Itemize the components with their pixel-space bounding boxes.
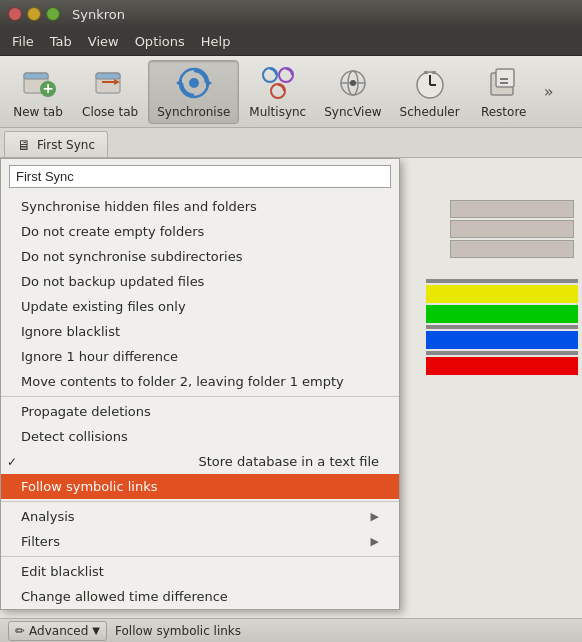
pencil-icon: ✏ — [15, 624, 25, 638]
menu-file[interactable]: File — [4, 31, 42, 52]
app-title: Synkron — [72, 7, 125, 22]
multisync-label: Multisync — [249, 105, 306, 119]
svg-marker-9 — [206, 79, 212, 87]
menu-item-collisions[interactable]: Detect collisions — [1, 424, 399, 449]
main-content: Synchronise hidden files and folders Do … — [0, 158, 582, 618]
right-panel — [402, 158, 582, 618]
dropdown-menu: Synchronise hidden files and folders Do … — [0, 158, 400, 610]
svg-rect-23 — [432, 71, 436, 74]
svg-rect-25 — [496, 69, 514, 87]
menu-item-analysis[interactable]: Analysis ▶ — [1, 504, 399, 529]
close-tab-icon — [92, 65, 128, 101]
menu-tab[interactable]: Tab — [42, 31, 80, 52]
new-tab-icon: + — [20, 65, 56, 101]
menu-item-filters[interactable]: Filters ▶ — [1, 529, 399, 554]
analysis-label: Analysis — [21, 509, 75, 524]
menu-help[interactable]: Help — [193, 31, 239, 52]
scheduler-icon — [412, 65, 448, 101]
menu-item-symlinks[interactable]: Follow symbolic links — [1, 474, 399, 499]
toolbar-more-icon[interactable]: » — [540, 78, 558, 105]
svg-text:+: + — [42, 80, 54, 96]
divider-1 — [1, 396, 399, 397]
dropdown-title-input[interactable] — [9, 165, 391, 188]
toolbar-syncview[interactable]: SyncView — [316, 60, 389, 124]
menu-item-hidden-files[interactable]: Synchronise hidden files and folders — [1, 194, 399, 219]
restore-label: Restore — [481, 105, 527, 119]
menu-item-subdirs[interactable]: Do not synchronise subdirectories — [1, 244, 399, 269]
svg-point-11 — [189, 78, 199, 88]
menu-item-propagate[interactable]: Propagate deletions — [1, 399, 399, 424]
window-controls — [8, 7, 60, 21]
menu-item-edit-blacklist[interactable]: Edit blacklist — [1, 559, 399, 584]
svg-rect-22 — [424, 71, 428, 74]
advanced-label: Advanced — [29, 624, 88, 638]
tab-label: First Sync — [37, 138, 95, 152]
tab-area: 🖥 First Sync — [0, 128, 582, 158]
toolbar-close-tab[interactable]: Close tab — [74, 60, 146, 124]
menu-item-move-contents[interactable]: Move contents to folder 2, leaving folde… — [1, 369, 399, 394]
svg-rect-5 — [96, 73, 120, 79]
advanced-button[interactable]: ✏ Advanced ▼ — [8, 621, 107, 641]
menu-item-blacklist[interactable]: Ignore blacklist — [1, 319, 399, 344]
svg-rect-1 — [24, 73, 48, 79]
synchronise-label: Synchronise — [157, 105, 230, 119]
divider-2 — [1, 501, 399, 502]
toolbar-scheduler[interactable]: Scheduler — [392, 60, 468, 124]
syncview-label: SyncView — [324, 105, 381, 119]
toolbar-new-tab[interactable]: + New tab — [4, 60, 72, 124]
first-sync-tab[interactable]: 🖥 First Sync — [4, 131, 108, 157]
analysis-arrow-icon: ▶ — [371, 510, 379, 523]
toolbar-restore[interactable]: Restore — [470, 60, 538, 124]
menu-view[interactable]: View — [80, 31, 127, 52]
syncview-icon — [335, 65, 371, 101]
statusbar: ✏ Advanced ▼ Follow symbolic links — [0, 618, 582, 642]
svg-point-18 — [350, 80, 356, 86]
menubar: File Tab View Options Help — [0, 28, 582, 56]
toolbar-multisync[interactable]: Multisync — [241, 60, 314, 124]
new-tab-label: New tab — [13, 105, 63, 119]
synchronise-icon — [176, 65, 212, 101]
minimize-button[interactable] — [27, 7, 41, 21]
menu-item-database[interactable]: Store database in a text file — [1, 449, 399, 474]
menu-options[interactable]: Options — [127, 31, 193, 52]
status-text: Follow symbolic links — [115, 624, 241, 638]
tab-folder-icon: 🖥 — [17, 137, 31, 153]
close-tab-label: Close tab — [82, 105, 138, 119]
divider-3 — [1, 556, 399, 557]
multisync-icon — [260, 65, 296, 101]
menu-item-existing-only[interactable]: Update existing files only — [1, 294, 399, 319]
menu-item-empty-folders[interactable]: Do not create empty folders — [1, 219, 399, 244]
svg-marker-10 — [176, 79, 182, 87]
close-button[interactable] — [8, 7, 22, 21]
menu-item-backup[interactable]: Do not backup updated files — [1, 269, 399, 294]
menu-item-1hour[interactable]: Ignore 1 hour difference — [1, 344, 399, 369]
toolbar: + New tab Close tab — [0, 56, 582, 128]
toolbar-synchronise[interactable]: Synchronise — [148, 60, 239, 124]
restore-icon — [486, 65, 522, 101]
menu-item-time-diff[interactable]: Change allowed time difference — [1, 584, 399, 609]
filters-label: Filters — [21, 534, 60, 549]
filters-arrow-icon: ▶ — [371, 535, 379, 548]
chevron-down-icon: ▼ — [92, 625, 100, 636]
scheduler-label: Scheduler — [400, 105, 460, 119]
maximize-button[interactable] — [46, 7, 60, 21]
titlebar: Synkron — [0, 0, 582, 28]
